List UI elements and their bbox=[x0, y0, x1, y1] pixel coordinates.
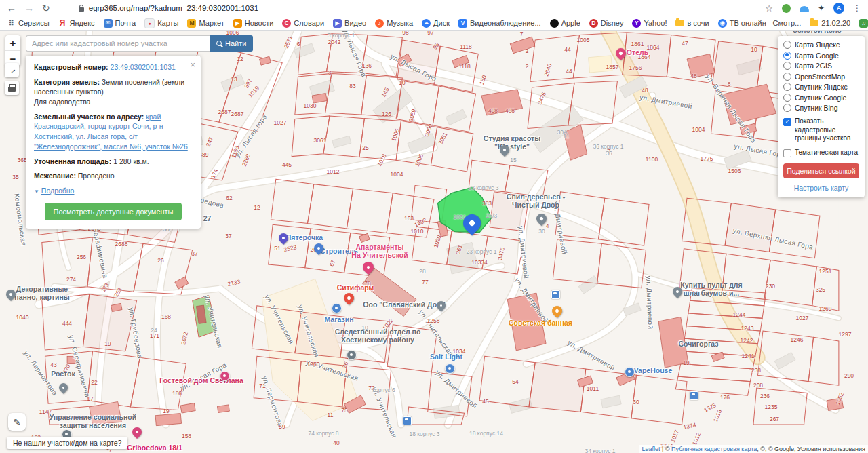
extension-cloud-icon[interactable] bbox=[800, 6, 809, 12]
bookmark-item[interactable]: ⠿Сервисы bbox=[7, 19, 50, 28]
bookmark-item[interactable]: ●Карты bbox=[144, 18, 178, 28]
poi-pin-marker[interactable] bbox=[616, 48, 626, 58]
radio-icon[interactable] bbox=[783, 62, 791, 70]
radio-icon[interactable] bbox=[783, 41, 791, 49]
search-button[interactable]: Найти bbox=[210, 35, 253, 52]
bookmark-item[interactable]: Apple bbox=[550, 19, 580, 28]
layer-option[interactable]: Спутник Bing bbox=[783, 104, 859, 112]
bookmark-item[interactable]: в сочи bbox=[675, 19, 709, 27]
forward-button[interactable]: → bbox=[24, 3, 34, 13]
bookmark-star-icon[interactable]: ☆ bbox=[765, 3, 773, 14]
search-input[interactable] bbox=[26, 35, 210, 52]
bookmark-item[interactable]: ▶Новости bbox=[233, 19, 274, 28]
attribution-text: Google bbox=[774, 446, 794, 452]
bookmark-item[interactable]: ☁Диск bbox=[422, 19, 450, 28]
poi-pin-marker[interactable] bbox=[552, 306, 562, 316]
poi-pin-marker[interactable] bbox=[673, 287, 682, 296]
poi-label: Спил деревьев -Чистый Двор bbox=[507, 193, 565, 209]
reload-button[interactable]: ↻ bbox=[42, 3, 50, 13]
share-link-button[interactable]: Поделиться ссылкой bbox=[783, 163, 859, 178]
poi-circle-marker[interactable] bbox=[220, 371, 230, 381]
poi-pin-marker[interactable] bbox=[59, 383, 68, 392]
parcel-number: 47 bbox=[682, 40, 688, 47]
poi-circle-marker[interactable] bbox=[332, 303, 342, 313]
draw-parcel-button[interactable]: ✎ bbox=[8, 413, 26, 431]
bus-stop-icon[interactable] bbox=[551, 290, 560, 299]
browser-menu-icon[interactable]: ⋮ bbox=[853, 3, 861, 13]
radio-icon[interactable] bbox=[783, 52, 791, 60]
bookmark-item[interactable]: ♫Минусовки песен... bbox=[859, 19, 868, 28]
layer-option[interactable]: Спутник Google bbox=[783, 94, 859, 102]
poi-pin-marker[interactable] bbox=[437, 301, 446, 310]
bookmark-item[interactable]: 21.02.20 bbox=[810, 19, 850, 27]
search-bar: Найти bbox=[26, 35, 253, 52]
poi-pin-marker[interactable] bbox=[344, 293, 354, 303]
radio-icon[interactable] bbox=[783, 104, 791, 112]
bookmark-item[interactable]: ◉ТВ онлайн - Смотр... bbox=[718, 19, 802, 28]
street-label: ул. Учительская bbox=[203, 294, 224, 349]
layer-checkbox[interactable]: ✓Показать кадастровые границы участков bbox=[783, 117, 859, 143]
cadnum-link[interactable]: 23:49:0302001:1031 bbox=[111, 63, 176, 71]
bus-stop-icon[interactable] bbox=[690, 391, 698, 400]
poi-circle-marker[interactable] bbox=[445, 363, 455, 374]
layer-checkbox[interactable]: Тематическая карта bbox=[783, 149, 859, 157]
poi-pin-marker[interactable] bbox=[6, 290, 16, 299]
bookmark-item[interactable]: VВидеонаблюдение... bbox=[458, 19, 541, 28]
radio-icon[interactable] bbox=[783, 94, 791, 102]
parcel-number: 1040 bbox=[16, 314, 29, 321]
layer-option[interactable]: Карта Яндекс bbox=[783, 41, 859, 49]
checkbox-icon[interactable] bbox=[783, 149, 791, 157]
profile-avatar[interactable]: A bbox=[833, 3, 844, 14]
poi-pin-marker[interactable] bbox=[279, 233, 288, 243]
parcel-number: 1260 bbox=[307, 361, 320, 368]
parcel-number: 1006 bbox=[414, 153, 425, 167]
radio-icon[interactable] bbox=[783, 73, 791, 81]
extensions-icon[interactable]: ✦ bbox=[818, 3, 825, 13]
poi-circle-marker[interactable] bbox=[347, 350, 357, 360]
fullscreen-button[interactable]: ↔ bbox=[5, 63, 19, 77]
bookmark-item[interactable]: ССловари bbox=[282, 19, 324, 28]
bus-stop-icon[interactable] bbox=[403, 416, 412, 425]
layer-option[interactable]: Спутник Яндекс bbox=[783, 83, 859, 91]
poi-pin-marker[interactable] bbox=[536, 214, 547, 224]
poi-pin-marker[interactable] bbox=[363, 262, 374, 273]
back-button[interactable]: ← bbox=[7, 3, 16, 13]
url-text[interactable]: egrp365.org/map/?kadnum=23:49:0302001:10… bbox=[89, 4, 258, 12]
attribution-link[interactable]: Публичная кадастровая карта bbox=[671, 446, 757, 452]
extension-green-icon[interactable] bbox=[782, 4, 791, 13]
radio-icon[interactable] bbox=[783, 83, 791, 91]
checkbox-icon[interactable]: ✓ bbox=[783, 118, 791, 126]
poi-pin-marker[interactable] bbox=[314, 243, 323, 253]
poi-pin-marker[interactable] bbox=[500, 145, 509, 155]
bookmark-item[interactable]: ✉Почта bbox=[104, 19, 136, 28]
bookmark-item[interactable]: ММаркет bbox=[187, 19, 224, 28]
layer-option[interactable]: OpenStreetMap bbox=[783, 73, 859, 81]
print-button[interactable] bbox=[5, 81, 19, 95]
poi-pin-marker[interactable] bbox=[132, 427, 142, 437]
bookmark-item[interactable]: YYahoo! bbox=[632, 19, 667, 28]
street-label: ул. Учительская bbox=[296, 304, 320, 358]
parcel-number: 267 bbox=[770, 416, 779, 422]
address-bar[interactable]: egrp365.org/map/?kadnum=23:49:0302001:10… bbox=[58, 4, 757, 12]
configure-map-link[interactable]: Настроить карту bbox=[783, 184, 859, 192]
bookmark-item[interactable]: DDisney bbox=[589, 19, 624, 28]
poi-circle-marker[interactable] bbox=[625, 367, 635, 377]
bookmark-item[interactable]: ▶Видео bbox=[333, 19, 366, 28]
poi-label: Советская банная bbox=[509, 319, 572, 327]
poi-pin-marker[interactable] bbox=[463, 214, 481, 232]
map-canvas[interactable]: ул. Лысая Гораул. Лысая Гораул. Лысая Го… bbox=[0, 31, 868, 453]
attribution-link[interactable]: Leaflet bbox=[642, 446, 660, 452]
layer-option[interactable]: Карта Google bbox=[783, 52, 859, 60]
parcel-number: 1011 bbox=[587, 385, 599, 392]
parcel-number: 1864 bbox=[647, 44, 660, 51]
not-found-hint[interactable]: Не нашли участок/дом на карте? bbox=[7, 437, 127, 449]
bookmarks-bar: ⠿СервисыЯЯндекс✉Почта●КартыММаркет▶Новос… bbox=[0, 16, 868, 31]
close-icon[interactable]: × bbox=[190, 59, 195, 71]
parcel-number: 145 bbox=[380, 86, 390, 98]
bookmark-item[interactable]: ЯЯндекс bbox=[58, 19, 95, 28]
zoom-in-button[interactable]: + bbox=[5, 35, 20, 50]
layer-option[interactable]: Карта 2GIS bbox=[783, 62, 859, 70]
bookmark-item[interactable]: ♪Музыка bbox=[375, 19, 413, 28]
view-documents-button[interactable]: Посмотреть доступные документы bbox=[45, 203, 181, 220]
details-toggle[interactable]: ▼ Подробно bbox=[34, 186, 193, 196]
